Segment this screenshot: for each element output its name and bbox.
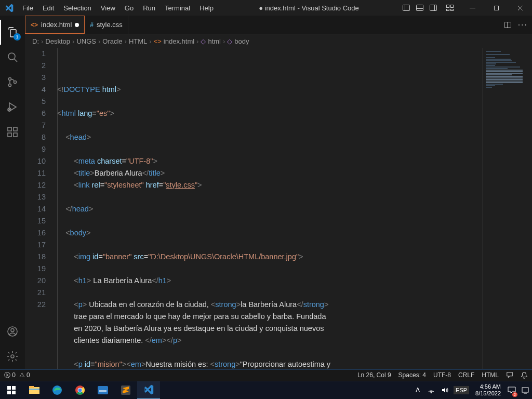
menu-edit[interactable]: Edit — [38, 2, 58, 14]
breadcrumb-segment[interactable]: UNGS — [76, 37, 96, 45]
explorer-badge: 1 — [14, 33, 21, 41]
toggle-sidebar-icon[interactable] — [400, 2, 413, 14]
vscode-logo-icon — [0, 4, 18, 12]
svg-rect-11 — [494, 6, 498, 10]
svg-rect-46 — [522, 388, 528, 392]
breadcrumb[interactable]: D:› Desktop› UNGS› Oracle› HTML› <> inde… — [25, 34, 532, 48]
html-file-icon: <> — [154, 37, 162, 45]
clock[interactable]: 4:56 AM 8/15/2022 — [471, 383, 505, 397]
input-language[interactable]: ESP — [454, 386, 469, 394]
menu-run[interactable]: Run — [139, 2, 159, 14]
eol-status[interactable]: CRLF — [458, 371, 474, 379]
menu-bar: File Edit Selection View Go Run Terminal… — [18, 2, 218, 14]
svg-point-16 — [9, 78, 11, 81]
toggle-secondary-sidebar-icon[interactable] — [427, 2, 440, 14]
modified-dot-icon — [75, 23, 79, 27]
breadcrumb-segment[interactable]: Desktop — [45, 37, 70, 45]
more-actions-icon[interactable]: ··· — [518, 20, 528, 30]
svg-rect-43 — [99, 390, 107, 392]
svg-point-25 — [11, 329, 14, 332]
settings-gear-icon[interactable] — [0, 344, 25, 369]
split-editor-icon[interactable] — [503, 21, 512, 29]
app-icon[interactable] — [91, 381, 114, 400]
feedback-icon[interactable] — [506, 371, 513, 379]
svg-rect-21 — [8, 133, 11, 137]
symbol-icon: ◇ — [227, 37, 232, 45]
sublime-icon[interactable] — [114, 381, 137, 400]
svg-point-17 — [9, 84, 11, 87]
svg-rect-0 — [403, 5, 410, 11]
error-icon: ⓧ — [4, 371, 10, 379]
show-hidden-icons[interactable]: ᐱ — [411, 381, 424, 399]
breadcrumb-segment[interactable]: body — [234, 37, 249, 45]
action-center-icon[interactable]: 2 — [505, 381, 518, 399]
source-control-icon[interactable] — [0, 70, 25, 95]
notifications-icon[interactable] — [521, 371, 528, 379]
toggle-panel-icon[interactable] — [414, 2, 426, 14]
editor-area: <> index.html # style.css ··· D:› Deskto… — [25, 16, 532, 369]
tab-style-css[interactable]: # style.css — [85, 16, 128, 34]
maximize-button[interactable] — [484, 0, 508, 16]
breadcrumb-segment[interactable]: Oracle — [102, 37, 122, 45]
tab-label: index.html — [41, 21, 72, 29]
vscode-taskbar-icon[interactable] — [137, 381, 160, 400]
language-mode[interactable]: HTML — [482, 371, 499, 379]
edge-icon[interactable] — [46, 381, 69, 400]
extensions-icon[interactable] — [0, 119, 25, 144]
chrome-icon[interactable] — [69, 381, 91, 400]
minimize-button[interactable] — [460, 0, 484, 16]
menu-file[interactable]: File — [18, 2, 37, 14]
customize-layout-icon[interactable] — [444, 2, 456, 14]
line-numbers: 12345678910111213141516171819202122 — [25, 48, 57, 369]
menu-view[interactable]: View — [97, 2, 119, 14]
volume-icon[interactable] — [438, 381, 451, 399]
svg-rect-32 — [12, 391, 16, 394]
minimap[interactable] — [482, 48, 532, 369]
svg-rect-22 — [14, 133, 17, 137]
breadcrumb-segment[interactable]: HTML — [129, 37, 147, 45]
layout-controls — [400, 2, 460, 14]
close-button[interactable] — [508, 0, 532, 16]
search-icon[interactable] — [0, 45, 25, 70]
svg-rect-34 — [29, 386, 34, 388]
menu-terminal[interactable]: Terminal — [161, 2, 194, 14]
svg-rect-7 — [451, 5, 454, 8]
cursor-position[interactable]: Ln 26, Col 9 — [357, 371, 391, 379]
windows-taskbar: ᐱ ESP 4:56 AM 8/15/2022 2 — [0, 381, 532, 399]
svg-rect-29 — [7, 386, 11, 390]
explorer-icon[interactable]: 1 — [0, 20, 25, 45]
svg-rect-35 — [29, 389, 39, 390]
svg-rect-8 — [447, 9, 449, 11]
date: 8/15/2022 — [475, 390, 501, 397]
svg-point-18 — [14, 81, 17, 84]
encoding-status[interactable]: UTF-8 — [433, 371, 451, 379]
notification-count: 2 — [512, 392, 517, 397]
indentation-status[interactable]: Spaces: 4 — [398, 371, 426, 379]
breadcrumb-segment[interactable]: D: — [32, 37, 39, 45]
breadcrumb-segment[interactable]: index.html — [164, 37, 194, 45]
file-explorer-icon[interactable] — [23, 381, 46, 400]
svg-point-26 — [11, 355, 14, 358]
start-button[interactable] — [0, 381, 23, 400]
code-content[interactable]: <!DOCTYPE html> <html lang="es"> <head> … — [57, 48, 482, 369]
svg-rect-9 — [451, 9, 454, 11]
titlebar: File Edit Selection View Go Run Terminal… — [0, 0, 532, 16]
breadcrumb-segment[interactable]: html — [208, 37, 221, 45]
run-debug-icon[interactable] — [0, 95, 25, 119]
problems-status[interactable]: ⓧ 0 ⚠ 0 — [4, 371, 30, 380]
menu-go[interactable]: Go — [121, 2, 138, 14]
status-bar: ⓧ 0 ⚠ 0 Ln 26, Col 9 Spaces: 4 UTF-8 CRL… — [0, 369, 532, 381]
network-icon[interactable] — [424, 381, 438, 399]
symbol-icon: ◇ — [201, 37, 206, 45]
accounts-icon[interactable] — [0, 319, 25, 344]
svg-rect-31 — [7, 391, 11, 394]
svg-line-15 — [15, 59, 18, 62]
show-desktop[interactable] — [518, 381, 532, 399]
activity-bar: 1 — [0, 16, 25, 369]
svg-point-14 — [8, 53, 15, 60]
menu-help[interactable]: Help — [195, 2, 218, 14]
menu-selection[interactable]: Selection — [59, 2, 95, 14]
code-editor[interactable]: 12345678910111213141516171819202122 <!DO… — [25, 48, 532, 369]
tab-index-html[interactable]: <> index.html — [25, 16, 85, 34]
tab-label: style.css — [97, 21, 123, 29]
